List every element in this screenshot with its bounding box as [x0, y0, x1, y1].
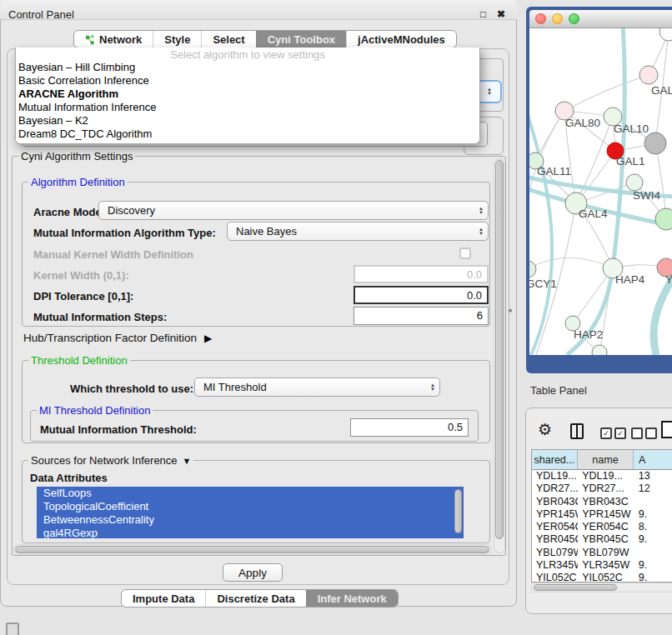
- node-gcy1[interactable]: [529, 261, 536, 278]
- node-swi4[interactable]: [626, 174, 643, 191]
- list-item-gal4rgexp[interactable]: gal4RGexp: [37, 527, 464, 538]
- manual-kernel-checkbox[interactable]: [459, 248, 471, 259]
- table-row[interactable]: YBL079WYBL079W: [532, 547, 672, 559]
- list-item-topologicalcoefficient[interactable]: TopologicalCoefficient: [37, 500, 464, 513]
- column-header-name[interactable]: name: [578, 450, 634, 469]
- tab-network-label: Network: [99, 33, 142, 46]
- mi-threshold-field[interactable]: 0.5: [350, 418, 469, 437]
- network-graph: GAL GAL80 GAL10 GAL1 GAL11 SWI4 GAL4 GCY…: [529, 28, 672, 355]
- dropdown-prompt: Select algorithm to view settings: [16, 48, 479, 61]
- table-row[interactable]: YBR045CYBR045C9.: [532, 533, 672, 546]
- node-table: shared... name A YDL19...YDL19...13 YDR2…: [531, 449, 672, 582]
- select-all-columns-icon[interactable]: ✓ ✓: [600, 428, 626, 439]
- aracne-mode-value: Discovery: [108, 204, 479, 217]
- tab-discretize-data[interactable]: Discretize Data: [205, 590, 305, 607]
- split-columns-icon[interactable]: [570, 423, 584, 439]
- kernel-width-field[interactable]: 0.0: [354, 265, 489, 283]
- menu-item-dream8[interactable]: Dream8 DC_TDC Algorithm: [16, 128, 479, 141]
- node-label: GAL80: [565, 117, 600, 129]
- mi-threshold-definition-legend: MI Threshold Definition: [37, 404, 153, 417]
- network-icon: [85, 34, 95, 45]
- which-threshold-combobox[interactable]: MI Threshold ▲▼: [194, 378, 440, 397]
- mi-algorithm-type-label: Mutual Information Algorithm Type:: [33, 227, 216, 239]
- deselect-all-columns-icon[interactable]: [631, 428, 657, 439]
- node-right-green[interactable]: [655, 208, 672, 230]
- node-label: GAL10: [614, 122, 649, 135]
- sources-legend[interactable]: Sources for Network Inference ▼: [28, 454, 193, 467]
- tab-style[interactable]: Style: [153, 31, 201, 48]
- list-item-betweennesscentrality[interactable]: BetweennessCentrality: [37, 513, 464, 527]
- table-row[interactable]: YER054CYER054C8.: [532, 521, 672, 533]
- tab-infer-network[interactable]: Infer Network: [306, 590, 398, 607]
- close-traffic-light[interactable]: [535, 13, 546, 24]
- dpi-tolerance-label: DPI Tolerance [0,1]:: [33, 290, 133, 302]
- dpi-tolerance-field[interactable]: 0.0: [354, 286, 489, 304]
- tab-cyni-toolbox-label: Cyni Toolbox: [268, 33, 335, 46]
- menu-item-bayesian-k2[interactable]: Bayesian – K2: [16, 114, 479, 128]
- node-gray[interactable]: [644, 132, 666, 154]
- settings-vscrollbar-thumb[interactable]: [495, 160, 504, 539]
- which-threshold-value: MI Threshold: [203, 381, 430, 393]
- attribute-list-scrollbar-thumb[interactable]: [454, 489, 462, 533]
- export-table-icon[interactable]: [661, 421, 672, 438]
- which-threshold-label: Which threshold to use:: [70, 382, 193, 395]
- mi-algorithm-type-combobox[interactable]: Naive Bayes ▲▼: [227, 222, 489, 241]
- mi-algorithm-type-value: Naive Bayes: [236, 225, 479, 238]
- close-window-icon[interactable]: ✖: [497, 9, 505, 19]
- apply-button[interactable]: Apply: [223, 563, 283, 582]
- unchecked-box-icon: [645, 428, 657, 439]
- algorithm-combobox-fragment[interactable]: ▲▼: [477, 80, 502, 103]
- manual-kernel-label: Manual Kernel Width Definition: [33, 248, 193, 261]
- menu-item-bayesian-hill-climbing[interactable]: Bayesian – Hill Climbing: [16, 61, 479, 74]
- settings-hscrollbar-thumb[interactable]: [15, 546, 489, 553]
- node-partial-bottom[interactable]: [592, 345, 607, 355]
- table-row[interactable]: YIL052CYIL052C9.: [532, 572, 672, 582]
- minimize-traffic-light[interactable]: [552, 13, 563, 24]
- cyni-algorithm-settings-legend: Cyni Algorithm Settings: [18, 150, 135, 162]
- list-item-selfloops[interactable]: SelfLoops: [37, 487, 464, 500]
- node-label: GCY1: [529, 278, 557, 290]
- tab-select[interactable]: Select: [201, 31, 255, 48]
- threshold-definition-legend: Threshold Definition: [28, 354, 130, 367]
- tab-network[interactable]: Network: [74, 31, 153, 48]
- menu-item-aracne[interactable]: ARACNE Algorithm: [16, 88, 479, 101]
- data-attributes-label: Data Attributes: [30, 472, 108, 484]
- gear-icon[interactable]: ⚙: [538, 422, 552, 438]
- kernel-width-label: Kernel Width (0,1):: [33, 269, 129, 282]
- hub-definition-expander[interactable]: Hub/Transcription Factor Definition ▶: [23, 332, 212, 344]
- column-header-partial[interactable]: A: [634, 450, 672, 469]
- hub-definition-label: Hub/Transcription Factor Definition: [23, 332, 197, 344]
- table-hscrollbar-thumb[interactable]: [534, 584, 617, 591]
- tab-impute-data[interactable]: Impute Data: [122, 590, 205, 607]
- unchecked-box-icon: [631, 428, 643, 439]
- data-attributes-list[interactable]: SelfLoops TopologicalCoefficient Between…: [37, 487, 464, 538]
- node-gal-pink[interactable]: [639, 66, 658, 84]
- mi-steps-field[interactable]: 6: [354, 307, 489, 325]
- table-row[interactable]: YDR27...YDR27...12: [532, 482, 672, 495]
- node-label: HAP2: [574, 328, 603, 341]
- combo-spinner-icon: ▲▼: [479, 207, 484, 215]
- menu-item-basic-correlation[interactable]: Basic Correlation Inference: [16, 74, 479, 88]
- collapsed-panel-icon[interactable]: [6, 622, 19, 635]
- tab-cyni-toolbox[interactable]: Cyni Toolbox: [256, 31, 346, 48]
- table-row[interactable]: YLR345WYLR345W9.: [532, 559, 672, 572]
- aracne-mode-label: Aracne Mode:: [33, 206, 105, 218]
- expand-down-icon: ▼: [183, 456, 192, 466]
- aracne-mode-combobox[interactable]: Discovery ▲▼: [98, 201, 489, 220]
- control-panel-titlebar: [0, 0, 517, 20]
- table-row[interactable]: YDL19...YDL19...13: [532, 470, 672, 482]
- network-canvas[interactable]: GAL GAL80 GAL10 GAL1 GAL11 SWI4 GAL4 GCY…: [529, 28, 672, 355]
- float-window-icon[interactable]: □: [480, 9, 486, 19]
- zoom-traffic-light[interactable]: [569, 13, 579, 24]
- table-row[interactable]: YPR145WYPR145W9.: [532, 508, 672, 521]
- table-row[interactable]: YBR043CYBR043C: [532, 496, 672, 508]
- node-label: GAL4: [579, 208, 608, 220]
- node-partial-top[interactable]: [659, 28, 672, 41]
- tab-style-label: Style: [164, 33, 190, 46]
- splitter-collapse-icon[interactable]: ◂: [508, 306, 512, 314]
- menu-item-mutual-information[interactable]: Mutual Information Inference: [16, 101, 479, 114]
- tab-infer-network-label: Infer Network: [318, 592, 387, 605]
- node-label: HAP4: [615, 273, 645, 286]
- tab-jactivemnodules[interactable]: jActiveMNodules: [346, 31, 456, 48]
- column-header-shared-name[interactable]: shared...: [532, 450, 578, 469]
